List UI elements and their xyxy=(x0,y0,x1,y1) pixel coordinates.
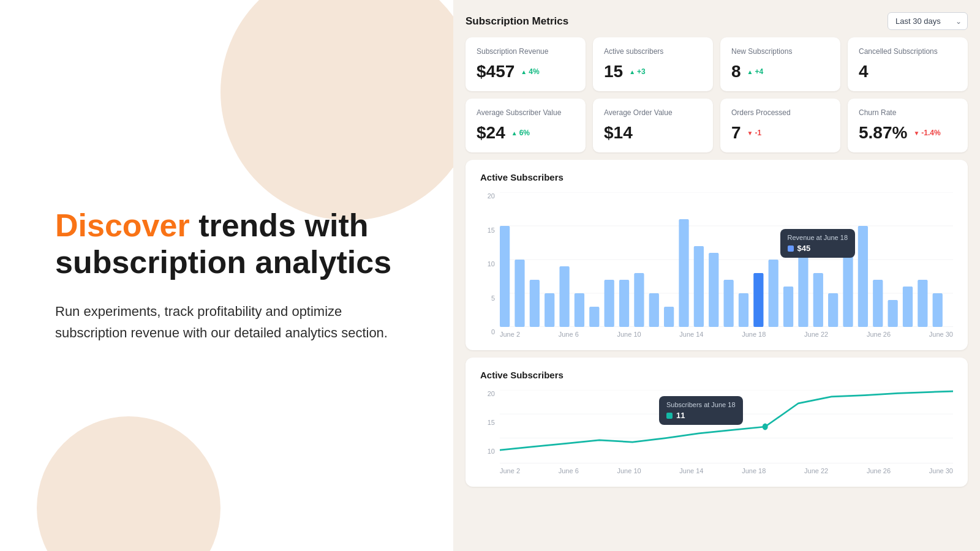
right-panel[interactable]: Subscription Metrics Last 30 days Last 7… xyxy=(453,0,980,551)
bg-shape-top xyxy=(221,0,453,220)
svg-rect-20 xyxy=(723,280,733,327)
svg-rect-14 xyxy=(634,273,644,327)
bg-shape-bottom xyxy=(37,416,221,551)
metric-subscription-revenue: Subscription Revenue $457 4% xyxy=(466,37,586,91)
svg-rect-5 xyxy=(500,226,510,327)
metrics-title: Subscription Metrics xyxy=(466,15,568,28)
metric-value-7: 5.87% xyxy=(859,123,907,143)
left-content: Discover trends with subscription analyt… xyxy=(55,208,404,343)
left-panel: Discover trends with subscription analyt… xyxy=(0,0,453,551)
bar-chart-x-axis: June 2 June 6 June 10 June 14 June 18 Ju… xyxy=(500,327,953,338)
line-chart-section: Active Subscribers 20 15 10 xyxy=(466,358,968,487)
bar-chart-svg xyxy=(500,192,953,327)
metric-orders-processed: Orders Processed 7 -1 xyxy=(720,99,840,152)
svg-rect-32 xyxy=(903,287,913,327)
metric-change-7: -1.4% xyxy=(913,129,940,137)
svg-rect-9 xyxy=(559,266,569,327)
metric-value-row-5: $14 xyxy=(604,123,702,143)
metric-value-row-2: 8 +4 xyxy=(731,62,829,81)
metric-label-1: Active subscribers xyxy=(604,47,702,56)
metric-value-row-3: 4 xyxy=(859,62,957,81)
svg-rect-16 xyxy=(664,307,674,327)
line-chart-x-axis: June 2 June 6 June 10 June 14 June 18 Ju… xyxy=(500,463,953,474)
hero-title: Discover trends with subscription analyt… xyxy=(55,208,404,281)
svg-rect-31 xyxy=(888,300,898,327)
svg-rect-34 xyxy=(933,293,943,327)
svg-rect-19 xyxy=(709,253,718,327)
metric-label-6: Orders Processed xyxy=(731,108,829,117)
arrow-down-icon-7 xyxy=(913,129,919,137)
metric-change-4: 6% xyxy=(511,129,530,137)
metric-change-2: +4 xyxy=(747,67,764,76)
svg-rect-30 xyxy=(873,280,883,327)
svg-rect-24 xyxy=(783,287,793,327)
arrow-up-icon-0 xyxy=(521,67,527,76)
hero-title-highlight: Discover xyxy=(55,208,190,243)
svg-rect-13 xyxy=(619,280,629,327)
metric-change-1: +3 xyxy=(629,67,646,76)
metric-value-4: $24 xyxy=(477,123,505,143)
svg-rect-10 xyxy=(575,293,584,327)
metric-value-3: 4 xyxy=(859,62,869,81)
svg-rect-17 xyxy=(679,219,688,327)
arrow-up-icon-1 xyxy=(629,67,635,76)
bar-chart-title: Active Subscribers xyxy=(480,172,953,182)
svg-rect-18 xyxy=(694,246,704,327)
svg-rect-6 xyxy=(514,260,524,327)
svg-rect-25 xyxy=(798,253,808,327)
metric-value-row-7: 5.87% -1.4% xyxy=(859,123,957,143)
metric-value-0: $457 xyxy=(477,62,514,81)
metric-value-row-6: 7 -1 xyxy=(731,123,829,143)
metric-new-subscriptions: New Subscriptions 8 +4 xyxy=(720,37,840,91)
svg-rect-21 xyxy=(739,293,748,327)
arrow-down-icon-6 xyxy=(747,129,753,137)
bar-chart-container: Revenue at June 18 $45 xyxy=(500,192,953,327)
line-chart-svg xyxy=(500,390,953,463)
arrow-up-icon-4 xyxy=(511,129,518,137)
metric-value-row-0: $457 4% xyxy=(477,62,575,81)
metric-label-7: Churn Rate xyxy=(859,108,957,117)
metric-label-3: Cancelled Subscriptions xyxy=(859,47,957,56)
metric-label-2: New Subscriptions xyxy=(731,47,829,56)
metric-value-1: 15 xyxy=(604,62,623,81)
svg-rect-22 xyxy=(753,273,763,327)
metric-change-6: -1 xyxy=(747,129,762,137)
metric-label-5: Average Order Value xyxy=(604,108,702,117)
svg-rect-12 xyxy=(605,280,614,327)
date-filter-wrapper[interactable]: Last 30 days Last 7 days Last 90 days La… xyxy=(888,12,968,30)
metrics-row-1: Subscription Revenue $457 4% Active subs… xyxy=(466,37,968,91)
svg-point-39 xyxy=(763,424,768,430)
metric-active-subscribers: Active subscribers 15 +3 xyxy=(593,37,713,91)
line-chart-wrapper: 20 15 10 xyxy=(480,390,953,474)
line-chart-y-axis: 20 15 10 xyxy=(480,390,495,457)
svg-rect-7 xyxy=(530,280,540,327)
svg-rect-33 xyxy=(918,280,927,327)
bar-chart-area: Revenue at June 18 $45 June 2 June 6 Jun… xyxy=(500,192,953,338)
metric-value-row-1: 15 +3 xyxy=(604,62,702,81)
svg-rect-15 xyxy=(649,293,659,327)
metric-value-2: 8 xyxy=(731,62,741,81)
bar-chart-y-axis: 20 15 10 5 0 xyxy=(480,192,495,338)
metric-cancelled-subscriptions: Cancelled Subscriptions 4 xyxy=(848,37,968,91)
svg-rect-26 xyxy=(813,273,823,327)
line-chart-title: Active Subscribers xyxy=(480,370,953,380)
svg-rect-28 xyxy=(843,233,853,327)
date-filter-select[interactable]: Last 30 days Last 7 days Last 90 days La… xyxy=(888,12,968,30)
metric-value-5: $14 xyxy=(604,123,633,143)
metrics-row-2: Average Subscriber Value $24 6% Average … xyxy=(466,99,968,152)
bar-chart-section: Active Subscribers 20 15 10 5 0 xyxy=(466,160,968,350)
hero-subtitle: Run experiments, track profitability and… xyxy=(55,301,404,343)
bar-chart-wrapper: 20 15 10 5 0 xyxy=(480,192,953,338)
metric-avg-order-value: Average Order Value $14 xyxy=(593,99,713,152)
metric-value-row-4: $24 6% xyxy=(477,123,575,143)
line-chart-area: Subscribers at June 18 11 June 2 June 6 … xyxy=(500,390,953,474)
svg-rect-11 xyxy=(589,307,599,327)
metric-churn-rate: Churn Rate 5.87% -1.4% xyxy=(848,99,968,152)
metric-change-0: 4% xyxy=(521,67,539,76)
svg-rect-23 xyxy=(769,260,778,327)
metric-value-6: 7 xyxy=(731,123,741,143)
line-chart-container: Subscribers at June 18 11 xyxy=(500,390,953,463)
arrow-up-icon-2 xyxy=(747,67,753,76)
svg-rect-27 xyxy=(828,293,838,327)
metric-avg-subscriber-value: Average Subscriber Value $24 6% xyxy=(466,99,586,152)
